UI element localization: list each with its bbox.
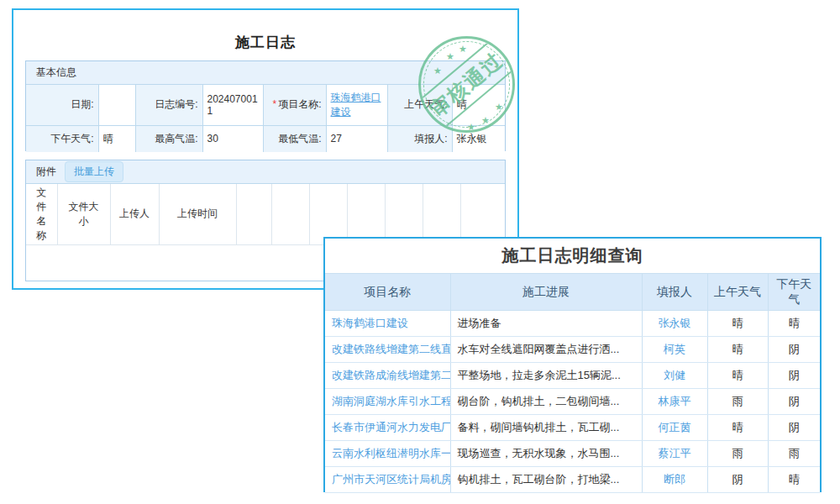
empty-cell — [385, 184, 423, 244]
pm-weather-cell: 阴 — [768, 389, 820, 415]
am-weather-cell: 晴 — [707, 363, 768, 389]
page: 施工日志 基本信息 日期: 日志编号: 2024070011 *项目名称: 珠海… — [0, 0, 840, 504]
project-link[interactable]: 广州市天河区统计局机房改造项目 — [325, 467, 450, 493]
project-link[interactable]: 改建铁路线增建第二线直通线 — [325, 337, 450, 363]
reporter-link[interactable]: 蔡江平 — [642, 441, 707, 467]
upload-time-column-header: 上传时间 — [159, 184, 236, 244]
col-header-pm-weather: 下午天气 — [768, 274, 820, 311]
project-name-label: *项目名称: — [263, 85, 326, 125]
empty-cell — [460, 184, 505, 244]
log-number-label: 日志编号: — [135, 85, 202, 125]
progress-cell: 砌台阶，钩机排土，二包砌间墙... — [450, 389, 642, 415]
reporter-link[interactable]: 何正茵 — [642, 415, 707, 441]
pm-weather-label: 下午天气: — [26, 125, 98, 152]
progress-cell: 进场准备 — [450, 311, 642, 337]
table-row: 湖南洞庭湖水库引水工程施工标 砌台阶，钩机排土，二包砌间墙... 林康平 雨 阴 — [325, 389, 820, 415]
attachment-label: 附件 — [36, 165, 56, 179]
reporter-label: 填报人: — [387, 125, 452, 152]
project-name-link[interactable]: 珠海鹤港口建设 — [331, 92, 381, 118]
project-link[interactable]: 湖南洞庭湖水库引水工程施工标 — [325, 389, 450, 415]
log-form-title: 施工日志 — [13, 33, 517, 52]
progress-cell: 钩机排土，瓦工砌台阶，打地梁... — [450, 467, 642, 493]
pm-weather-cell: 雨 — [768, 441, 820, 467]
file-size-column-header: 文件大小 — [57, 184, 110, 244]
pm-weather-cell: 晴 — [768, 467, 820, 493]
am-weather-cell: 阴 — [707, 467, 768, 493]
pm-weather-cell: 阴 — [768, 415, 820, 441]
project-link[interactable]: 长春市伊通河水力发电厂改建工程 — [325, 415, 450, 441]
reporter-value: 张永银 — [452, 125, 505, 152]
table-row: 珠海鹤港口建设 进场准备 张永银 晴 晴 — [325, 311, 820, 337]
empty-cell — [236, 184, 271, 244]
detail-query-panel: 施工日志明细查询 项目名称 施工进展 填报人 上午天气 下午天气 珠海鹤港口建设… — [323, 237, 822, 492]
table-row: 长春市伊通河水力发电厂改建工程 备料，砌间墙钩机排土，瓦工砌... 何正茵 晴 … — [325, 415, 820, 441]
pm-weather-cell: 阴 — [768, 363, 820, 389]
am-weather-cell: 晴 — [707, 415, 768, 441]
col-header-am-weather: 上午天气 — [707, 274, 768, 311]
min-temp-value: 27 — [326, 125, 387, 152]
detail-query-title: 施工日志明细查询 — [325, 239, 820, 273]
am-weather-label: 上午天气: — [387, 85, 452, 125]
table-row: 广州市天河区统计局机房改造项目 钩机排土，瓦工砌台阶，打地梁... 断郎 阴 晴 — [325, 467, 820, 493]
project-name-cell: 珠海鹤港口建设 — [326, 85, 387, 125]
required-asterisk: * — [272, 98, 276, 110]
uploader-column-header: 上传人 — [110, 184, 159, 244]
reporter-link[interactable]: 林康平 — [642, 389, 707, 415]
table-row: 改建铁路成渝线增建第二直通线 平整场地，拉走多余泥土15辆泥... 刘健 晴 阴 — [325, 363, 820, 389]
file-name-column-header: 文件名称 — [26, 184, 57, 244]
table-row: 改建铁路线增建第二线直通线 水车对全线遮阳网覆盖点进行洒... 柯英 晴 阴 — [325, 337, 820, 363]
project-link[interactable]: 珠海鹤港口建设 — [325, 311, 450, 337]
col-header-progress: 施工进展 — [450, 274, 642, 311]
project-link[interactable]: 云南水利枢纽潜明水库一期工程 — [325, 441, 450, 467]
empty-cell — [423, 184, 460, 244]
attachment-header: 附件 批量上传 — [26, 160, 505, 184]
reporter-link[interactable]: 张永银 — [642, 311, 707, 337]
col-header-reporter: 填报人 — [642, 274, 707, 311]
reporter-link[interactable]: 刘健 — [642, 363, 707, 389]
empty-cell — [309, 184, 347, 244]
pm-weather-cell: 阴 — [768, 337, 820, 363]
pm-weather-cell: 晴 — [768, 311, 820, 337]
progress-cell: 平整场地，拉走多余泥土15辆泥... — [450, 363, 642, 389]
am-weather-cell: 晴 — [707, 311, 768, 337]
detail-query-table: 项目名称 施工进展 填报人 上午天气 下午天气 珠海鹤港口建设 进场准备 张永银… — [325, 273, 820, 493]
attachment-table: 文件名称 文件大小 上传人 上传时间 — [26, 184, 505, 245]
basic-info-section: 基本信息 日期: 日志编号: 2024070011 *项目名称: 珠海鹤港口建设… — [25, 60, 506, 151]
am-weather-cell: 雨 — [707, 389, 768, 415]
am-weather-cell: 雨 — [707, 441, 768, 467]
date-value — [98, 85, 135, 125]
detail-table-header-row: 项目名称 施工进展 填报人 上午天气 下午天气 — [325, 274, 820, 311]
pm-weather-value: 晴 — [98, 125, 135, 152]
progress-cell: 备料，砌间墙钩机排土，瓦工砌... — [450, 415, 642, 441]
basic-info-header: 基本信息 — [26, 61, 505, 85]
max-temp-value: 30 — [202, 125, 263, 152]
progress-cell: 现场巡查，无积水现象，水马围... — [450, 441, 642, 467]
min-temp-label: 最低气温: — [263, 125, 326, 152]
reporter-link[interactable]: 断郎 — [642, 467, 707, 493]
am-weather-cell: 晴 — [707, 337, 768, 363]
empty-cell — [271, 184, 309, 244]
max-temp-label: 最高气温: — [135, 125, 202, 152]
project-link[interactable]: 改建铁路成渝线增建第二直通线 — [325, 363, 450, 389]
reporter-link[interactable]: 柯英 — [642, 337, 707, 363]
am-weather-value: 晴 — [452, 85, 505, 125]
empty-cell — [347, 184, 385, 244]
date-label: 日期: — [26, 85, 98, 125]
col-header-project: 项目名称 — [325, 274, 450, 311]
progress-cell: 水车对全线遮阳网覆盖点进行洒... — [450, 337, 642, 363]
table-row: 云南水利枢纽潜明水库一期工程 现场巡查，无积水现象，水马围... 蔡江平 雨 雨 — [325, 441, 820, 467]
log-number-value: 2024070011 — [202, 85, 263, 125]
batch-upload-button[interactable]: 批量上传 — [65, 161, 123, 182]
basic-info-grid: 日期: 日志编号: 2024070011 *项目名称: 珠海鹤港口建设 上午天气… — [26, 85, 505, 152]
